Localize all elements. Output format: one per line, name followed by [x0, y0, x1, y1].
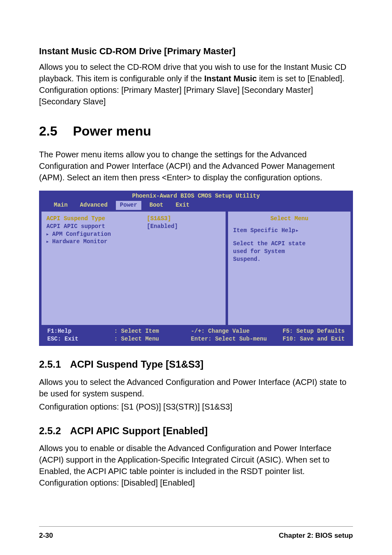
section-num-252: 2.5.2	[39, 425, 61, 436]
bios-row-acpi-suspend-label[interactable]: ACPI Suspend Type	[46, 215, 147, 223]
section-title-252: ACPI APIC Support [Enabled]	[70, 425, 208, 436]
section-num-25: 2.5	[39, 124, 57, 138]
bios-footer-select-item: : Select Item	[114, 327, 181, 336]
bios-help-text-1: Select the ACPI state	[233, 240, 346, 248]
bios-help-text: Select the ACPI state used for System Su…	[233, 240, 346, 263]
bios-tab-advanced[interactable]: Advanced	[76, 201, 112, 210]
para-power-menu: The Power menu items allow you to change…	[39, 149, 353, 183]
para-251-2: Configuration options: [S1 (POS)] [S3(ST…	[39, 401, 353, 412]
section-heading-251: 2.5.1ACPI Suspend Type [S1&S3]	[39, 357, 353, 371]
section-title-251: ACPI Suspend Type [S1&S3]	[70, 359, 203, 370]
page-footer: 2-30 Chapter 2: BIOS setup	[39, 526, 353, 541]
section-heading-252: 2.5.2ACPI APIC Support [Enabled]	[39, 424, 353, 438]
para-cdrom: Allows you to select the CD-ROM drive th…	[39, 61, 353, 107]
bios-footer-enter: Enter: Select Sub-menu	[191, 335, 271, 343]
bios-footer-col4: F5: Setup Defaults F10: Save and Exit	[271, 327, 345, 343]
bios-footer-f1: F1:Help	[47, 327, 114, 336]
chapter-label: Chapter 2: BIOS setup	[279, 531, 353, 541]
bios-row-acpi-suspend-value[interactable]: [S1&S3]	[147, 215, 221, 223]
bios-tab-boot[interactable]: Boot	[145, 201, 168, 210]
bios-row-acpi-apic-label[interactable]: ACPI APIC support	[46, 223, 147, 230]
bios-footer: F1:Help ESC: Exit : Select Item : Select…	[39, 327, 353, 346]
bios-left-pane: ACPI Suspend Type ACPI APIC support APM …	[42, 212, 226, 325]
bios-screenshot: Phoenix-Award BIOS CMOS Setup Utility Ma…	[39, 191, 353, 346]
para-cdrom-bold: Instant Music	[204, 74, 257, 83]
section-heading-cdrom: Instant Music CD-ROM Drive [Primary Mast…	[39, 45, 353, 58]
bios-title: Phoenix-Award BIOS CMOS Setup Utility	[39, 191, 353, 201]
para-252: Allows you to enable or disable the Adva…	[39, 442, 353, 488]
bios-footer-select-menu: : Select Menu	[114, 335, 181, 343]
bios-footer-col1: F1:Help ESC: Exit	[47, 327, 114, 343]
bios-row-apm-config[interactable]: APM Configuration	[46, 230, 147, 238]
section-title-25: Power menu	[73, 124, 151, 138]
bios-help-title: Select Menu	[233, 215, 346, 223]
bios-help-text-3: Suspend.	[233, 256, 346, 263]
para-251-1: Allows you to select the Advanced Config…	[39, 376, 353, 399]
bios-footer-col3: -/+: Change Value Enter: Select Sub-menu	[181, 327, 271, 343]
section-num-251: 2.5.1	[39, 359, 61, 370]
bios-tabs: Main Advanced Power Boot Exit	[39, 201, 353, 212]
bios-tab-exit[interactable]: Exit	[171, 201, 194, 210]
bios-row-hardware-monitor[interactable]: Hardware Monitor	[46, 238, 147, 246]
bios-row-acpi-apic-value[interactable]: [Enabled]	[147, 223, 221, 230]
bios-footer-f10: F10: Save and Exit	[271, 335, 345, 343]
bios-footer-esc: ESC: Exit	[47, 335, 114, 343]
bios-footer-f5: F5: Setup Defaults	[271, 327, 345, 336]
bios-tab-main[interactable]: Main	[50, 201, 72, 210]
bios-help-text-2: used for System	[233, 248, 346, 256]
bios-footer-col2: : Select Item : Select Menu	[114, 327, 181, 343]
bios-right-pane: Select Menu Item Specific Help Select th…	[228, 212, 350, 325]
bios-footer-change: -/+: Change Value	[191, 327, 271, 336]
section-heading-power-menu: 2.5Power menu	[39, 122, 353, 140]
bios-help-sub: Item Specific Help	[233, 227, 298, 234]
page-number: 2-30	[39, 531, 53, 541]
bios-tab-power[interactable]: Power	[116, 201, 141, 210]
